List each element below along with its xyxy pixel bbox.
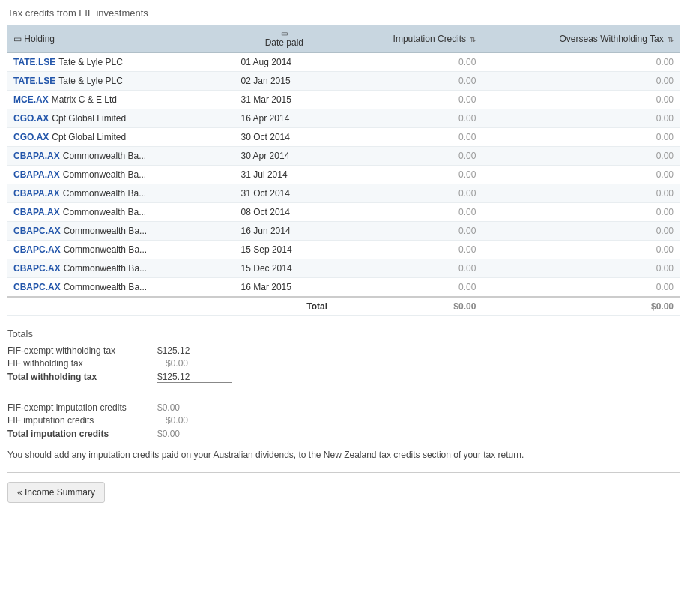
withholding-value: 0.00 [482,184,680,203]
company-name: Tate & Lyle PLC [58,76,123,86]
date-paid: 02 Jan 2015 [235,72,334,91]
ticker[interactable]: CBAPC.AX [13,244,61,255]
ticker[interactable]: TATE.LSE [13,76,55,86]
date-paid: 31 Oct 2014 [235,184,334,203]
withholding-value: 0.00 [482,109,680,128]
withholding-value: 0.00 [482,128,680,147]
withholding-value: +$0.00 [157,358,232,369]
imputation-value: 0.00 [333,278,482,298]
imputation-value: 0.00 [333,72,482,91]
company-name: Commonwealth Ba... [64,226,147,236]
date-paid: 30 Oct 2014 [235,128,334,147]
col-header-date-paid[interactable]: ▭ Date paid [235,25,334,53]
ticker[interactable]: TATE.LSE [13,57,55,67]
imputation-value: 0.00 [333,53,482,72]
imputation-label: FIF imputation credits [7,415,157,426]
ticker[interactable]: CBAPC.AX [13,226,61,236]
totals-title: Totals [7,328,680,339]
withholding-value: 0.00 [482,91,680,109]
company-name: Matrix C & E Ltd [52,94,117,105]
ticker[interactable]: CBAPA.AX [13,188,60,199]
imputation-value: 0.00 [333,241,482,259]
fif-table: ▭ Holding ▭ Date paid Imputation Credits… [7,25,680,316]
total-row: Total $0.00 $0.00 [7,297,680,316]
total-label-text: Total [235,297,334,316]
date-paid: 31 Jul 2014 [235,166,334,184]
col-header-imputation[interactable]: Imputation Credits ⇅ [333,25,482,53]
withholding-value: 0.00 [482,241,680,259]
table-row: CBAPA.AXCommonwealth Ba...31 Oct 20140.0… [7,184,680,203]
withholding-totals: FIF-exempt withholding tax$125.12FIF wit… [7,345,680,384]
imputation-value: 0.00 [333,259,482,278]
date-paid: 30 Apr 2014 [235,147,334,166]
company-name: Commonwealth Ba... [63,207,146,217]
imputation-value: $0.00 [157,429,232,439]
company-name: Commonwealth Ba... [64,263,147,274]
ticker[interactable]: CBAPC.AX [13,263,61,274]
imputation-value: 0.00 [333,222,482,241]
withholding-label: FIF-exempt withholding tax [7,345,157,356]
date-paid: 01 Aug 2014 [235,53,334,72]
withholding-value: 0.00 [482,72,680,91]
total-imputation: $0.00 [333,297,482,316]
income-summary-button[interactable]: « Income Summary [7,482,105,503]
imputation-note: You should add any imputation credits pa… [7,450,680,460]
col-header-holding[interactable]: ▭ Holding [7,25,235,53]
table-row: CGO.AXCpt Global Limited16 Apr 20140.000… [7,109,680,128]
col-header-withholding[interactable]: Overseas Withholding Tax ⇅ [482,25,680,53]
imputation-value: 0.00 [333,147,482,166]
withholding-label: Total withholding tax [7,372,157,384]
imputation-value: $0.00 [157,402,232,413]
date-paid: 31 Mar 2015 [235,91,334,109]
company-name: Commonwealth Ba... [64,282,147,292]
table-row: CBAPC.AXCommonwealth Ba...16 Jun 20140.0… [7,222,680,241]
imputation-value: 0.00 [333,128,482,147]
withholding-value: 0.00 [482,203,680,222]
imputation-value: +$0.00 [157,415,232,426]
withholding-value: 0.00 [482,278,680,298]
table-row: TATE.LSETate & Lyle PLC01 Aug 20140.000.… [7,53,680,72]
table-row: CBAPA.AXCommonwealth Ba...08 Oct 20140.0… [7,203,680,222]
company-name: Cpt Global Limited [52,113,126,124]
withholding-value: $125.12 [157,345,232,356]
imputation-totals: FIF-exempt imputation credits$0.00FIF im… [7,402,680,439]
table-row: CBAPC.AXCommonwealth Ba...15 Sep 20140.0… [7,241,680,259]
date-paid: 16 Jun 2014 [235,222,334,241]
company-name: Commonwealth Ba... [63,169,146,180]
imputation-value: 0.00 [333,91,482,109]
table-row: CBAPC.AXCommonwealth Ba...16 Mar 20150.0… [7,278,680,298]
imputation-label: FIF-exempt imputation credits [7,402,157,413]
ticker[interactable]: CBAPA.AX [13,151,60,161]
table-row: CBAPA.AXCommonwealth Ba...31 Jul 20140.0… [7,166,680,184]
date-paid: 15 Sep 2014 [235,241,334,259]
ticker[interactable]: CGO.AX [13,132,49,142]
ticker[interactable]: CBAPA.AX [13,169,60,180]
total-withholding: $0.00 [482,297,680,316]
ticker[interactable]: CBAPA.AX [13,207,60,217]
table-row: CBAPA.AXCommonwealth Ba...30 Apr 20140.0… [7,147,680,166]
totals-section: Totals FIF-exempt withholding tax$125.12… [7,328,680,460]
date-paid: 16 Apr 2014 [235,109,334,128]
date-paid: 08 Oct 2014 [235,203,334,222]
footer-divider [7,472,680,473]
page-title: Tax credits from FIF investments [7,7,680,19]
table-row: TATE.LSETate & Lyle PLC02 Jan 20150.000.… [7,72,680,91]
imputation-value: 0.00 [333,203,482,222]
withholding-value: 0.00 [482,222,680,241]
imputation-label: Total imputation credits [7,429,157,439]
ticker[interactable]: CBAPC.AX [13,282,61,292]
withholding-value: 0.00 [482,166,680,184]
withholding-value: 0.00 [482,147,680,166]
date-paid: 16 Mar 2015 [235,278,334,298]
imputation-value: 0.00 [333,109,482,128]
company-name: Commonwealth Ba... [63,151,146,161]
company-name: Cpt Global Limited [52,132,126,142]
table-row: CGO.AXCpt Global Limited30 Oct 20140.000… [7,128,680,147]
ticker[interactable]: MCE.AX [13,94,49,105]
imputation-value: 0.00 [333,166,482,184]
ticker[interactable]: CGO.AX [13,113,49,124]
withholding-label: FIF withholding tax [7,358,157,369]
company-name: Tate & Lyle PLC [58,57,123,67]
imputation-value: 0.00 [333,184,482,203]
date-paid: 15 Dec 2014 [235,259,334,278]
